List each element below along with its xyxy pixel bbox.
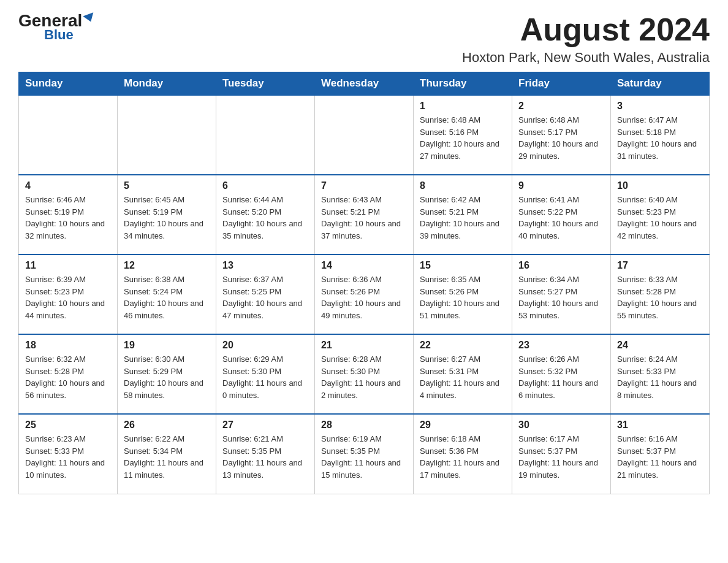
day-info: Sunrise: 6:21 AMSunset: 5:35 PMDaylight:… (222, 433, 308, 481)
day-info: Sunrise: 6:41 AMSunset: 5:22 PMDaylight:… (518, 194, 604, 242)
day-info: Sunrise: 6:16 AMSunset: 5:37 PMDaylight:… (617, 433, 703, 481)
day-number: 31 (617, 419, 703, 431)
day-number: 8 (420, 180, 506, 191)
calendar-cell-5-5: 29Sunrise: 6:18 AMSunset: 5:36 PMDayligh… (414, 414, 512, 494)
calendar-cell-1-6: 2Sunrise: 6:48 AMSunset: 5:17 PMDaylight… (512, 95, 611, 175)
day-number: 28 (321, 419, 407, 431)
day-number: 13 (222, 260, 308, 271)
day-number: 16 (518, 260, 604, 271)
calendar-cell-3-3: 13Sunrise: 6:37 AMSunset: 5:25 PMDayligh… (216, 255, 315, 334)
calendar-week-row-1: 1Sunrise: 6:48 AMSunset: 5:16 PMDaylight… (19, 95, 710, 175)
day-number: 4 (25, 180, 111, 191)
calendar-cell-2-6: 9Sunrise: 6:41 AMSunset: 5:22 PMDaylight… (512, 175, 611, 255)
calendar-cell-1-3 (216, 95, 315, 175)
calendar-cell-1-5: 1Sunrise: 6:48 AMSunset: 5:16 PMDaylight… (414, 95, 512, 175)
page-header: General Blue August 2024 Hoxton Park, Ne… (18, 12, 710, 66)
day-number: 19 (124, 340, 210, 351)
logo-triangle-icon (83, 12, 96, 23)
day-info: Sunrise: 6:29 AMSunset: 5:30 PMDaylight:… (222, 353, 308, 401)
day-info: Sunrise: 6:18 AMSunset: 5:36 PMDaylight:… (420, 433, 506, 481)
calendar-cell-1-4 (315, 95, 414, 175)
day-number: 2 (518, 101, 604, 112)
day-info: Sunrise: 6:32 AMSunset: 5:28 PMDaylight:… (25, 353, 111, 401)
day-number: 3 (617, 101, 703, 112)
day-info: Sunrise: 6:46 AMSunset: 5:19 PMDaylight:… (25, 194, 111, 242)
day-info: Sunrise: 6:45 AMSunset: 5:19 PMDaylight:… (124, 194, 210, 242)
calendar-cell-5-4: 28Sunrise: 6:19 AMSunset: 5:35 PMDayligh… (315, 414, 414, 494)
day-info: Sunrise: 6:42 AMSunset: 5:21 PMDaylight:… (420, 194, 506, 242)
location-title: Hoxton Park, New South Wales, Australia (462, 50, 710, 66)
title-area: August 2024 Hoxton Park, New South Wales… (462, 12, 710, 66)
day-number: 27 (222, 419, 308, 431)
day-number: 24 (617, 340, 703, 351)
day-info: Sunrise: 6:23 AMSunset: 5:33 PMDaylight:… (25, 433, 111, 481)
day-number: 14 (321, 260, 407, 271)
day-number: 11 (25, 260, 111, 271)
calendar-header-saturday: Saturday (611, 72, 710, 96)
day-number: 6 (222, 180, 308, 191)
calendar-header-monday: Monday (118, 72, 216, 96)
day-info: Sunrise: 6:36 AMSunset: 5:26 PMDaylight:… (321, 274, 407, 321)
calendar-week-row-2: 4Sunrise: 6:46 AMSunset: 5:19 PMDaylight… (19, 175, 710, 255)
calendar-cell-5-1: 25Sunrise: 6:23 AMSunset: 5:33 PMDayligh… (19, 414, 118, 494)
calendar-cell-2-4: 7Sunrise: 6:43 AMSunset: 5:21 PMDaylight… (315, 175, 414, 255)
day-number: 22 (420, 340, 506, 351)
day-info: Sunrise: 6:40 AMSunset: 5:23 PMDaylight:… (617, 194, 703, 242)
day-number: 15 (420, 260, 506, 271)
calendar-cell-2-1: 4Sunrise: 6:46 AMSunset: 5:19 PMDaylight… (19, 175, 118, 255)
day-info: Sunrise: 6:48 AMSunset: 5:16 PMDaylight:… (420, 114, 506, 162)
calendar-cell-3-1: 11Sunrise: 6:39 AMSunset: 5:23 PMDayligh… (19, 255, 118, 334)
calendar-week-row-5: 25Sunrise: 6:23 AMSunset: 5:33 PMDayligh… (19, 414, 710, 494)
calendar-cell-1-1 (19, 95, 118, 175)
day-info: Sunrise: 6:22 AMSunset: 5:34 PMDaylight:… (124, 433, 210, 481)
day-info: Sunrise: 6:19 AMSunset: 5:35 PMDaylight:… (321, 433, 407, 481)
calendar-table: SundayMondayTuesdayWednesdayThursdayFrid… (18, 72, 710, 494)
calendar-cell-3-5: 15Sunrise: 6:35 AMSunset: 5:26 PMDayligh… (414, 255, 512, 334)
day-number: 12 (124, 260, 210, 271)
logo-blue: Blue (44, 27, 74, 43)
calendar-cell-5-6: 30Sunrise: 6:17 AMSunset: 5:37 PMDayligh… (512, 414, 611, 494)
day-info: Sunrise: 6:27 AMSunset: 5:31 PMDaylight:… (420, 353, 506, 401)
calendar-cell-3-2: 12Sunrise: 6:38 AMSunset: 5:24 PMDayligh… (118, 255, 216, 334)
calendar-cell-5-7: 31Sunrise: 6:16 AMSunset: 5:37 PMDayligh… (611, 414, 710, 494)
day-number: 26 (124, 419, 210, 431)
calendar-cell-4-1: 18Sunrise: 6:32 AMSunset: 5:28 PMDayligh… (19, 334, 118, 414)
day-info: Sunrise: 6:38 AMSunset: 5:24 PMDaylight:… (124, 274, 210, 321)
day-number: 18 (25, 340, 111, 351)
day-number: 29 (420, 419, 506, 431)
day-info: Sunrise: 6:43 AMSunset: 5:21 PMDaylight:… (321, 194, 407, 242)
calendar-cell-2-5: 8Sunrise: 6:42 AMSunset: 5:21 PMDaylight… (414, 175, 512, 255)
calendar-cell-2-7: 10Sunrise: 6:40 AMSunset: 5:23 PMDayligh… (611, 175, 710, 255)
calendar-cell-5-3: 27Sunrise: 6:21 AMSunset: 5:35 PMDayligh… (216, 414, 315, 494)
calendar-header-friday: Friday (512, 72, 611, 96)
calendar-cell-3-6: 16Sunrise: 6:34 AMSunset: 5:27 PMDayligh… (512, 255, 611, 334)
calendar-cell-4-4: 21Sunrise: 6:28 AMSunset: 5:30 PMDayligh… (315, 334, 414, 414)
day-info: Sunrise: 6:47 AMSunset: 5:18 PMDaylight:… (617, 114, 703, 162)
calendar-header-tuesday: Tuesday (216, 72, 315, 96)
day-info: Sunrise: 6:48 AMSunset: 5:17 PMDaylight:… (518, 114, 604, 162)
day-info: Sunrise: 6:26 AMSunset: 5:32 PMDaylight:… (518, 353, 604, 401)
calendar-cell-4-2: 19Sunrise: 6:30 AMSunset: 5:29 PMDayligh… (118, 334, 216, 414)
day-info: Sunrise: 6:30 AMSunset: 5:29 PMDaylight:… (124, 353, 210, 401)
calendar-header-sunday: Sunday (19, 72, 118, 96)
day-info: Sunrise: 6:24 AMSunset: 5:33 PMDaylight:… (617, 353, 703, 401)
calendar-header-thursday: Thursday (414, 72, 512, 96)
day-info: Sunrise: 6:35 AMSunset: 5:26 PMDaylight:… (420, 274, 506, 321)
calendar-cell-5-2: 26Sunrise: 6:22 AMSunset: 5:34 PMDayligh… (118, 414, 216, 494)
day-number: 20 (222, 340, 308, 351)
calendar-week-row-4: 18Sunrise: 6:32 AMSunset: 5:28 PMDayligh… (19, 334, 710, 414)
calendar-cell-4-7: 24Sunrise: 6:24 AMSunset: 5:33 PMDayligh… (611, 334, 710, 414)
day-number: 23 (518, 340, 604, 351)
day-number: 7 (321, 180, 407, 191)
calendar-week-row-3: 11Sunrise: 6:39 AMSunset: 5:23 PMDayligh… (19, 255, 710, 334)
calendar-cell-1-2 (118, 95, 216, 175)
calendar-cell-2-3: 6Sunrise: 6:44 AMSunset: 5:20 PMDaylight… (216, 175, 315, 255)
calendar-cell-3-7: 17Sunrise: 6:33 AMSunset: 5:28 PMDayligh… (611, 255, 710, 334)
day-number: 1 (420, 101, 506, 112)
calendar-header-row: SundayMondayTuesdayWednesdayThursdayFrid… (19, 72, 710, 96)
day-info: Sunrise: 6:37 AMSunset: 5:25 PMDaylight:… (222, 274, 308, 321)
day-info: Sunrise: 6:28 AMSunset: 5:30 PMDaylight:… (321, 353, 407, 401)
logo: General Blue (18, 12, 95, 43)
day-info: Sunrise: 6:33 AMSunset: 5:28 PMDaylight:… (617, 274, 703, 321)
day-number: 9 (518, 180, 604, 191)
